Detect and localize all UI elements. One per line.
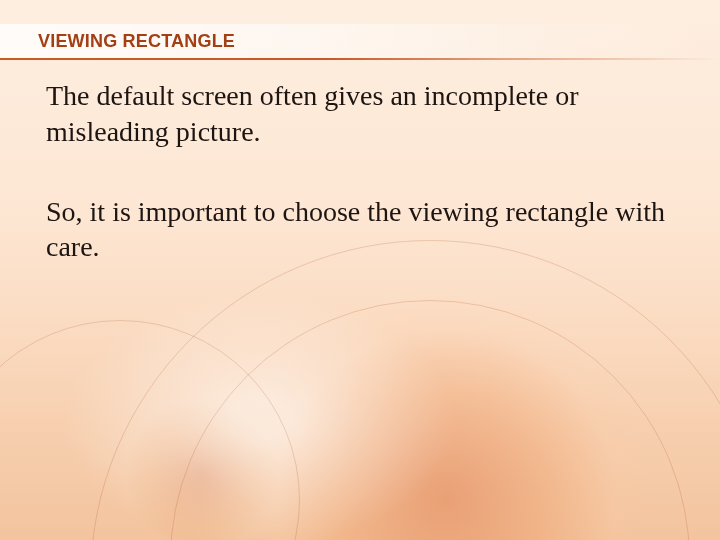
body-text: The default screen often gives an incomp… [46,78,680,265]
paragraph-2: So, it is important to choose the viewin… [46,194,680,266]
paragraph-spacer [46,150,680,194]
slide-title: VIEWING RECTANGLE [38,31,235,52]
title-underline [0,58,720,60]
slide: VIEWING RECTANGLE The default screen oft… [0,0,720,540]
title-bar: VIEWING RECTANGLE [0,24,720,58]
paragraph-1: The default screen often gives an incomp… [46,78,680,150]
